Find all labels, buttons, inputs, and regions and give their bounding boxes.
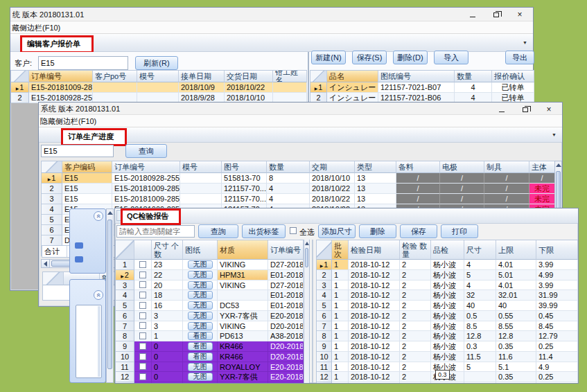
action-button[interactable]: 新建(N) <box>311 51 346 64</box>
table-row[interactable]: 11 0 无图 ROYALLOY E20-2018091 <box>116 362 304 373</box>
scrollbar-thumb[interactable] <box>107 220 112 369</box>
view-drawing-button[interactable]: 无图 <box>188 383 213 384</box>
select-all-corner[interactable] <box>11 71 29 82</box>
column-header[interactable]: 批次 <box>332 240 349 260</box>
table-row[interactable]: 7 1 2018-10-12 2 杨小波 8.5 8.55 8.45 <box>317 321 578 332</box>
row-checkbox[interactable] <box>139 281 146 288</box>
chevron-down-icon[interactable]: ▼ <box>552 132 557 137</box>
select-all-corner[interactable] <box>317 240 332 260</box>
select-all-checkbox[interactable] <box>290 227 297 234</box>
view-drawing-button[interactable]: 看图 <box>188 332 213 340</box>
table-row[interactable]: 1 インシュレー 121157-7021-B07 4 已转单 <box>310 82 534 93</box>
column-header[interactable]: 订单编号 <box>29 71 93 82</box>
table-row[interactable]: 7 3 无图 VIKING D20-2018101 <box>116 321 304 332</box>
select-all-corner[interactable] <box>43 272 64 285</box>
sidebar-link-icon[interactable] <box>75 242 83 249</box>
collapse-icon[interactable]: « <box>94 290 103 300</box>
main-body-status[interactable]: 未完 <box>529 194 555 204</box>
order-search-input[interactable] <box>41 145 114 157</box>
table-row[interactable]: 3 1 2018-10-12 2 杨小波 4 4.01 3.99 <box>317 280 578 291</box>
table-row[interactable]: 10 1 2018-10-12 2 杨小波 11.5 11.6 11.4 <box>317 352 578 362</box>
select-all-corner[interactable] <box>310 71 327 82</box>
split-divider[interactable] <box>312 240 313 384</box>
column-header[interactable]: 备料 <box>396 161 440 173</box>
table-row[interactable]: 2 22 无图 HPM31 E01-2018092 <box>116 270 304 280</box>
table-row[interactable]: 13 1 2018-10-12 2 杨小波 4 4 3.99 <box>317 382 578 384</box>
table-row[interactable]: 1 E15 E15-20180928-255 515813-70 8 2018/… <box>42 173 555 184</box>
column-header[interactable]: 检验日期 <box>349 240 400 260</box>
close-icon[interactable]: × <box>537 103 561 116</box>
view-drawing-button[interactable]: 无图 <box>188 271 213 279</box>
table-row[interactable]: 5 16 无图 DC53 E01-2018092 <box>116 301 304 311</box>
row-checkbox[interactable] <box>139 292 146 299</box>
sidebar-link-icon[interactable] <box>75 256 83 262</box>
table-row[interactable]: 9 0 看图 KR466 D20-2018092 <box>116 341 304 352</box>
select-all-corner[interactable] <box>42 161 62 173</box>
titlebar[interactable]: 统 版本 20180131.01 × <box>10 8 533 21</box>
sidebar-panel-top[interactable]: « <box>69 208 106 274</box>
view-drawing-button[interactable]: 看图 <box>188 342 213 350</box>
chevron-down-icon[interactable]: ▼ <box>523 40 527 45</box>
row-checkbox[interactable] <box>139 343 146 350</box>
column-header[interactable]: 数量 <box>267 161 310 173</box>
scroll-up-icon[interactable] <box>107 211 113 215</box>
view-drawing-button[interactable]: 无图 <box>188 260 213 269</box>
table-row[interactable]: 8 1 看图 PD613 A38-2018092 <box>116 331 304 341</box>
qc-search-input[interactable] <box>116 225 195 238</box>
table-row[interactable]: 2 E15 E15-20181009-285 121157-70... 4 20… <box>42 184 555 194</box>
table-row[interactable]: 8 1 2018-10-12 2 杨小波 12.8 12.8 12.79 <box>317 331 578 341</box>
titlebar[interactable]: 系统 版本 20180131.01 × <box>39 103 562 115</box>
menu-hide-sidebar[interactable]: 隐藏侧边栏(F10) <box>39 115 562 127</box>
close-icon[interactable]: × <box>508 8 532 21</box>
table-row[interactable]: 1 23 无图 VIKING D27-2018101 <box>116 260 304 270</box>
view-drawing-button[interactable]: 无图 <box>188 281 213 289</box>
row-checkbox[interactable] <box>139 302 146 309</box>
row-checkbox[interactable] <box>139 353 146 360</box>
column-header[interactable]: 尺寸 个数 <box>152 240 183 260</box>
column-header[interactable]: 图纸 <box>183 240 218 260</box>
export-button[interactable]: 导出 <box>505 51 534 64</box>
table-row[interactable]: 13 0 无图 YXR-7客供 E20-2018091 <box>116 382 304 384</box>
column-header[interactable]: 上限 <box>496 240 536 260</box>
column-header[interactable]: 交期 <box>310 161 355 173</box>
row-checkbox[interactable] <box>139 363 146 370</box>
column-header[interactable]: 客户编码 <box>62 161 112 173</box>
column-header[interactable]: 品检 <box>431 240 464 260</box>
table-row[interactable]: 2 1 2018-10-12 2 杨小波 5 5.01 4.99 <box>317 270 578 280</box>
query-button[interactable]: 查詢 <box>198 224 238 238</box>
column-header[interactable]: 订单编号 <box>112 161 180 173</box>
column-header[interactable]: 报价确认 <box>492 71 534 82</box>
query-button[interactable]: 查询 <box>125 144 167 158</box>
column-header[interactable]: 电极 <box>440 161 484 173</box>
table-row[interactable]: 4 18 无图 E01-2018093 <box>116 290 304 301</box>
action-button[interactable]: 打印 <box>441 224 478 238</box>
restore-icon[interactable] <box>514 103 537 116</box>
view-drawing-button[interactable]: 无图 <box>188 291 213 299</box>
row-checkbox[interactable] <box>139 332 146 339</box>
table-row[interactable]: 10 0 看图 KR466 D20-2018092 <box>116 352 304 362</box>
action-button[interactable]: 删除 <box>359 224 396 238</box>
scroll-up-icon[interactable] <box>305 242 309 245</box>
row-checkbox[interactable] <box>139 312 146 319</box>
action-button[interactable]: 添加尺寸 <box>318 224 356 238</box>
collapse-icon[interactable]: « <box>94 211 103 221</box>
view-drawing-button[interactable]: 无图 <box>188 322 213 330</box>
table-row[interactable]: 12 0 无图 YXR-7客供 E20-2018091 <box>116 372 304 382</box>
column-header[interactable]: 检验 数量 <box>400 240 431 260</box>
table-row[interactable]: 9 1 2018-10-12 2 杨小波 0.3 0.35 0.25 <box>317 341 578 352</box>
table-row[interactable]: 4 1 2018-10-12 2 杨小波 32 32.01 31.99 <box>317 290 578 301</box>
column-header[interactable]: 交货日期 <box>225 71 273 82</box>
qc-left-scrollbar[interactable] <box>304 240 310 384</box>
table-row[interactable]: 1 E15-20181009-285 2018/10/9 2018/10/22 <box>11 82 307 93</box>
table-row[interactable]: 1 1 2018-10-12 2 杨小波 4 4.01 3.99 <box>317 260 578 270</box>
column-header[interactable]: 主体 <box>529 161 555 173</box>
column-header[interactable]: 图纸编号 <box>378 71 455 82</box>
column-header[interactable]: 下限 <box>536 240 578 260</box>
row-checkbox[interactable] <box>139 322 146 329</box>
scrollbar-thumb[interactable] <box>305 248 308 267</box>
table-row[interactable]: 6 1 2018-10-12 2 杨小波 0.5 0.55 0.45 <box>317 311 578 321</box>
refresh-button[interactable]: 刷新(R) <box>135 56 178 70</box>
view-drawing-button[interactable]: 无图 <box>188 312 213 320</box>
inner-scrollbar[interactable] <box>98 306 100 377</box>
main-body-status[interactable]: 未完 <box>529 184 555 194</box>
